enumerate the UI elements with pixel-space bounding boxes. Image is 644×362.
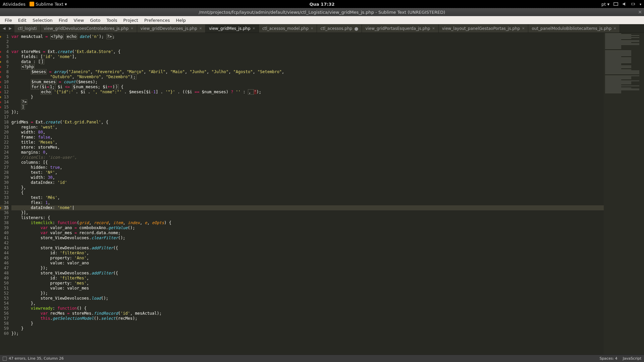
code-line[interactable]: },	[11, 185, 604, 190]
app-indicator[interactable]: Sublime Text ▾	[30, 2, 67, 7]
tab-history-forward-icon[interactable]: ▶	[7, 25, 13, 31]
line-number[interactable]: 3	[0, 44, 9, 49]
tab-close-icon[interactable]: ✕	[613, 27, 616, 30]
line-number[interactable]: 53	[0, 296, 9, 301]
menu-find[interactable]: Find	[56, 17, 70, 23]
menu-selection[interactable]: Selection	[30, 17, 55, 23]
tab[interactable]: ctl_acessos_model.php✕	[259, 24, 317, 33]
code-line[interactable]	[11, 115, 604, 120]
line-number[interactable]: 27	[0, 165, 9, 170]
line-number[interactable]: 50	[0, 281, 9, 286]
status-indent[interactable]: Spaces: 4	[599, 356, 617, 361]
volume-icon[interactable]	[622, 2, 627, 6]
line-number[interactable]: 59	[0, 326, 9, 331]
line-number[interactable]: 30	[0, 180, 9, 185]
keyboard-layout-indicator[interactable]: pt ▾	[601, 2, 609, 7]
minimap[interactable]	[604, 33, 644, 355]
line-number[interactable]: 42	[0, 241, 9, 246]
code-line[interactable]: dataIndex: 'id'	[11, 180, 604, 185]
line-number[interactable]: 12	[0, 90, 9, 95]
line-number[interactable]: 28	[0, 170, 9, 175]
code-line[interactable]: id: 'filterMes',	[11, 276, 604, 281]
tab[interactable]: view_gridDevolucoesControladores_js.php✕	[41, 24, 137, 33]
tab[interactable]: out_panelModuloBibliotecaItems_js.php✕	[528, 24, 620, 33]
code-line[interactable]: var recMes = storeMes.findRecord('id', m…	[11, 311, 604, 316]
tab-close-icon[interactable]: ✕	[522, 27, 525, 30]
code-line[interactable]: <?php	[11, 64, 604, 69]
code-line[interactable]: store: storeMes,	[11, 145, 604, 150]
code-line[interactable]: region: 'west',	[11, 125, 604, 130]
code-line[interactable]: frame: false,	[11, 135, 604, 140]
code-line[interactable]: columns: [{	[11, 160, 604, 165]
code-line[interactable]: store_ViewDevolucoes.clearFilter();	[11, 236, 604, 241]
tab[interactable]: ctl_logisti	[14, 24, 41, 33]
line-number[interactable]: 51	[0, 286, 9, 291]
code-line[interactable]: });	[11, 110, 604, 115]
line-number[interactable]: 23	[0, 145, 9, 150]
line-number[interactable]: 43	[0, 246, 9, 251]
line-number[interactable]: 56	[0, 311, 9, 316]
menu-tools[interactable]: Tools	[104, 17, 120, 23]
tab-close-icon[interactable]: ✕	[432, 27, 435, 30]
tab-close-icon[interactable]: ✕	[199, 27, 202, 30]
line-number[interactable]: 4	[0, 49, 9, 54]
line-number[interactable]: 5	[0, 54, 9, 59]
code-line[interactable]: });	[11, 331, 604, 336]
code-line[interactable]: dataIndex: 'nome'|	[11, 205, 604, 210]
line-number[interactable]: 38	[0, 220, 9, 225]
code-line[interactable]: }	[11, 326, 604, 331]
code-line[interactable]: this.getSelectionModel().select(recMes);	[11, 316, 604, 321]
line-number[interactable]: 11	[0, 85, 9, 90]
line-number[interactable]: 34	[0, 200, 9, 205]
code-line[interactable]: hidden: true,	[11, 165, 604, 170]
line-number[interactable]: 14	[0, 100, 9, 105]
code-line[interactable]: data : []	[11, 59, 604, 64]
code-line[interactable]	[11, 39, 604, 44]
menu-goto[interactable]: Goto	[87, 17, 103, 23]
line-number[interactable]: 20	[0, 130, 9, 135]
status-panel-toggle-icon[interactable]	[3, 357, 7, 361]
window-close-button[interactable]: ✕	[638, 9, 642, 15]
code-editor[interactable]: var mesActual = <?php echo date('n'); ?>…	[11, 33, 604, 355]
code-line[interactable]: $num_meses = count($meses);	[11, 80, 604, 85]
line-number[interactable]: 6	[0, 59, 9, 64]
line-number[interactable]: 52	[0, 291, 9, 296]
code-line[interactable]: fields: ['id', 'nome'],	[11, 54, 604, 59]
code-line[interactable]: ?>	[11, 100, 604, 105]
code-line[interactable]: width: 80,	[11, 130, 604, 135]
code-line[interactable]: $meses = array("Janeiro", "Fevereiro", "…	[11, 69, 604, 74]
line-number[interactable]: 8	[0, 69, 9, 74]
line-number[interactable]: 22	[0, 140, 9, 145]
line-number[interactable]: 2	[0, 39, 9, 44]
menu-file[interactable]: File	[2, 17, 15, 23]
code-line[interactable]: property: 'Ano',	[11, 256, 604, 261]
code-line[interactable]: text: 'Nº',	[11, 170, 604, 175]
code-line[interactable]: value: valor_mes	[11, 286, 604, 291]
code-line[interactable]: store_ViewDevolucoes.load();	[11, 296, 604, 301]
line-number[interactable]: 36	[0, 210, 9, 215]
code-line[interactable]: title: 'Meses',	[11, 140, 604, 145]
code-line[interactable]: echo '{"id":' . $i . ', "nome":"' . $mes…	[11, 90, 604, 95]
line-number[interactable]: 26	[0, 160, 9, 165]
line-number-gutter[interactable]: 1234567891011121314151617181920212223242…	[0, 33, 11, 355]
line-number[interactable]: 57	[0, 316, 9, 321]
status-message[interactable]: 47 errors, Line 35, Column 26	[9, 356, 64, 361]
line-number[interactable]: 55	[0, 306, 9, 311]
code-line[interactable]: ]	[11, 105, 604, 110]
code-line[interactable]: }	[11, 95, 604, 100]
line-number[interactable]: 58	[0, 321, 9, 326]
code-line[interactable]: var valor_mes = record.data.nome;	[11, 230, 604, 236]
code-line[interactable]: flex: 1,	[11, 200, 604, 205]
line-number[interactable]: 7	[0, 64, 9, 69]
battery-icon[interactable]	[631, 2, 636, 6]
line-number[interactable]: 31	[0, 185, 9, 190]
code-line[interactable]: value: valor_ano	[11, 261, 604, 266]
code-line[interactable]: listeners: {	[11, 215, 604, 220]
network-icon[interactable]	[613, 2, 618, 6]
line-number[interactable]: 25	[0, 155, 9, 160]
code-line[interactable]: viewready: function() {	[11, 306, 604, 311]
line-number[interactable]: 37	[0, 215, 9, 220]
line-number[interactable]: 9	[0, 74, 9, 80]
code-line[interactable]: var mesActual = <?php echo date('n'); ?>…	[11, 34, 604, 39]
tab-close-icon[interactable]: ✕	[253, 27, 255, 30]
